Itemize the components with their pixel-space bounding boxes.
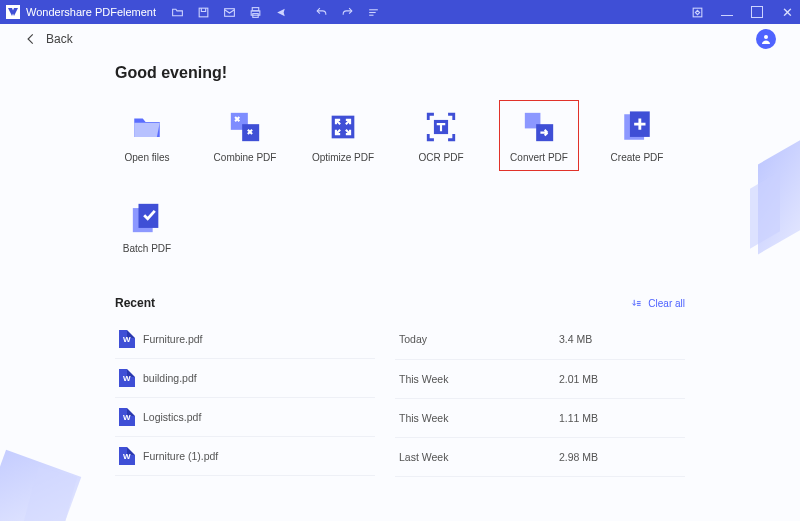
file-when: Today <box>395 320 555 359</box>
tile-batch-pdf[interactable]: Batch PDF <box>115 201 179 254</box>
arrow-left-icon <box>24 32 38 46</box>
user-icon <box>760 33 772 45</box>
tile-label: OCR PDF <box>419 152 464 163</box>
tile-label: Combine PDF <box>214 152 277 163</box>
svg-rect-5 <box>369 9 378 10</box>
optimize-icon <box>326 110 360 144</box>
file-name: Furniture.pdf <box>143 333 203 345</box>
tile-create-pdf[interactable]: Create PDF <box>605 110 669 163</box>
svg-rect-0 <box>199 8 208 17</box>
tile-combine-pdf[interactable]: Combine PDF <box>213 110 277 163</box>
pdf-file-icon <box>119 447 135 465</box>
combine-icon <box>228 110 262 144</box>
svg-rect-8 <box>693 8 702 17</box>
clear-icon <box>631 298 642 309</box>
tile-open-files[interactable]: Open files <box>115 110 179 163</box>
action-tiles: Open files Combine PDF Optimize PDF OCR … <box>115 110 685 163</box>
pdf-file-icon <box>119 330 135 348</box>
file-when: Last Week <box>395 437 555 476</box>
file-size: 2.98 MB <box>555 437 685 476</box>
recent-title: Recent <box>115 296 155 310</box>
file-when: This Week <box>395 398 555 437</box>
tile-label: Open files <box>124 152 169 163</box>
mail-icon[interactable] <box>222 5 236 19</box>
print-icon[interactable] <box>248 5 262 19</box>
file-name: building.pdf <box>143 372 197 384</box>
undo-icon[interactable] <box>314 5 328 19</box>
tile-ocr-pdf[interactable]: OCR PDF <box>409 110 473 163</box>
share-icon[interactable] <box>274 5 288 19</box>
svg-rect-14 <box>525 113 541 129</box>
project-icon[interactable] <box>690 5 704 19</box>
recent-file-row[interactable]: Logistics.pdf This Week 1.11 MB <box>115 398 685 437</box>
app-logo-icon <box>6 5 20 19</box>
file-size: 2.01 MB <box>555 359 685 398</box>
window-close-icon[interactable]: ✕ <box>780 5 794 19</box>
pdf-file-icon <box>119 408 135 426</box>
action-tiles-row2: Batch PDF <box>115 201 685 254</box>
user-avatar[interactable] <box>756 29 776 49</box>
tile-convert-pdf[interactable]: Convert PDF <box>507 110 571 163</box>
file-name: Furniture (1).pdf <box>143 450 218 462</box>
window-maximize-icon[interactable] <box>750 5 764 19</box>
create-icon <box>620 110 654 144</box>
tile-label: Optimize PDF <box>312 152 374 163</box>
sub-header: Back <box>0 24 800 54</box>
clear-all-button[interactable]: Clear all <box>631 298 685 309</box>
back-label: Back <box>46 32 73 46</box>
file-when: This Week <box>395 359 555 398</box>
tile-label: Convert PDF <box>510 152 568 163</box>
recent-file-row[interactable]: building.pdf This Week 2.01 MB <box>115 359 685 398</box>
save-icon[interactable] <box>196 5 210 19</box>
svg-rect-6 <box>369 11 376 12</box>
back-button[interactable]: Back <box>24 32 73 46</box>
main-content: Good evening! Open files Combine PDF Opt… <box>0 54 800 477</box>
recent-file-row[interactable]: Furniture (1).pdf Last Week 2.98 MB <box>115 437 685 476</box>
svg-rect-7 <box>369 14 373 15</box>
tile-label: Create PDF <box>611 152 664 163</box>
more-icon[interactable] <box>366 5 380 19</box>
pdf-file-icon <box>119 369 135 387</box>
convert-icon <box>522 110 556 144</box>
open-folder-icon[interactable] <box>170 5 184 19</box>
file-name: Logistics.pdf <box>143 411 201 423</box>
file-size: 1.11 MB <box>555 398 685 437</box>
window-minimize-icon[interactable] <box>720 5 734 19</box>
tile-optimize-pdf[interactable]: Optimize PDF <box>311 110 375 163</box>
recent-header: Recent Clear all <box>115 296 685 310</box>
svg-point-9 <box>764 35 768 39</box>
folder-open-icon <box>130 110 164 144</box>
app-title: Wondershare PDFelement <box>26 6 156 18</box>
titlebar-tools <box>170 5 380 19</box>
batch-icon <box>130 201 164 235</box>
file-size: 3.4 MB <box>555 320 685 359</box>
greeting-text: Good evening! <box>115 64 685 82</box>
recent-file-row[interactable]: Furniture.pdf Today 3.4 MB <box>115 320 685 359</box>
tile-label: Batch PDF <box>123 243 171 254</box>
recent-files-table: Furniture.pdf Today 3.4 MB building.pdf … <box>115 320 685 477</box>
title-bar: Wondershare PDFelement ✕ <box>0 0 800 24</box>
clear-all-label: Clear all <box>648 298 685 309</box>
ocr-icon <box>424 110 458 144</box>
svg-rect-15 <box>536 124 553 141</box>
redo-icon[interactable] <box>340 5 354 19</box>
